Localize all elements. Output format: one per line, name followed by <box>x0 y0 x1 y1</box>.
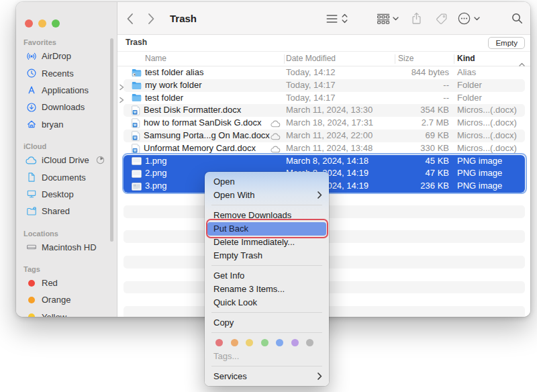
svg-text:W: W <box>134 149 137 152</box>
file-size: -- <box>379 79 449 92</box>
tag-color-dot[interactable] <box>231 339 238 346</box>
menu-item-put-back[interactable]: Put Back <box>207 222 326 236</box>
more-options-chevron-icon[interactable] <box>474 2 480 35</box>
sidebar-item-label: iCloud Drive <box>42 155 89 165</box>
document-icon <box>26 172 37 183</box>
menu-item-open[interactable]: Open <box>205 175 329 189</box>
file-row-best-disk-formatter-docx[interactable]: WBest Disk Formatter.docxMarch 11, 2024,… <box>124 104 525 117</box>
file-name: test folder alias <box>145 66 203 79</box>
tag-color-dot[interactable] <box>215 339 223 346</box>
tag-color-dot[interactable] <box>291 339 299 346</box>
file-row-test-folder[interactable]: test folderToday, 14:17--Folder <box>124 92 525 105</box>
menu-item-delete-immediately[interactable]: Delete Immediately... <box>205 236 329 249</box>
file-row-samsung-porta-g-on-mac-docx[interactable]: WSamsung Porta...g On Mac.docxMarch 11, … <box>124 130 525 142</box>
group-by-chevron-icon[interactable] <box>393 2 399 35</box>
view-sort-control-icon[interactable] <box>342 2 348 35</box>
file-date-modified: March 18, 2024, 17:31 <box>286 117 373 130</box>
sidebar-section-icloud: iCloudiCloud DriveDocumentsDesktopShared <box>16 141 117 220</box>
file-size: 330 KB <box>379 142 449 155</box>
submenu-chevron-icon <box>318 373 322 380</box>
tag-color-dot[interactable] <box>246 339 253 346</box>
column-header-size[interactable]: Size <box>398 54 413 63</box>
menu-item-services[interactable]: Services <box>205 370 329 383</box>
search-icon[interactable] <box>511 2 523 35</box>
sidebar-item-red[interactable]: Red <box>16 275 117 291</box>
file-size: 47 KB <box>379 167 449 180</box>
menu-item-label: Open With <box>213 190 254 200</box>
sidebar-scrollbar[interactable] <box>110 38 113 242</box>
menu-item-get-info[interactable]: Get Info <box>205 269 329 283</box>
menu-item-quick-look[interactable]: Quick Look <box>205 296 329 309</box>
file-row-1-png[interactable]: 1.pngMarch 8, 2024, 14:1845 KBPNG image <box>124 155 525 168</box>
column-header-kind[interactable]: Kind <box>457 54 475 63</box>
sidebar-item-bryan[interactable]: bryan <box>16 116 117 133</box>
sidebar-item-label: Desktop <box>42 189 74 199</box>
menu-item-remove-downloads[interactable]: Remove Downloads <box>205 209 329 222</box>
sidebar-item-icloud-drive[interactable]: iCloud Drive <box>16 152 117 168</box>
menu-item-rename-3-items[interactable]: Rename 3 Items... <box>205 283 329 296</box>
column-header-date-modified[interactable]: Date Modified <box>286 54 336 63</box>
menu-tag-color-row <box>205 336 329 350</box>
file-row-my-work-folder[interactable]: my work folderToday, 14:17--Folder <box>124 79 525 92</box>
sidebar-item-documents[interactable]: Documents <box>16 168 117 185</box>
sidebar-item-macintosh-hd[interactable]: Macintosh HD <box>16 239 117 256</box>
submenu-chevron-icon <box>318 191 322 199</box>
sidebar-item-downloads[interactable]: Downloads <box>16 99 117 115</box>
column-header-name[interactable]: Name <box>145 54 166 63</box>
menu-item-tags: Tags... <box>205 350 329 363</box>
sidebar-item-airdrop[interactable]: AirDrop <box>16 48 117 64</box>
tag-color-dot-icon <box>26 295 37 305</box>
file-date-modified: March 11, 2024, 13:30 <box>286 104 373 117</box>
file-row-unformat-memory-card-docx[interactable]: WUnformat Memory Card.docxMarch 11, 2024… <box>124 142 525 155</box>
menu-item-label: Get Info <box>213 271 244 281</box>
tag-color-dot[interactable] <box>276 339 283 346</box>
file-name: Samsung Porta...g On Mac.docx <box>144 130 270 142</box>
menu-item-empty-trash[interactable]: Empty Trash <box>205 249 329 262</box>
file-name: 1.png <box>145 155 167 168</box>
file-row-how-to-format-sandisk-g-docx[interactable]: Whow to format SanDisk G.docxMarch 18, 2… <box>124 117 525 130</box>
more-options-icon[interactable] <box>458 2 471 35</box>
desktop-icon <box>26 189 37 199</box>
sidebar-item-label: Shared <box>42 206 70 216</box>
file-size: 844 bytes <box>379 66 449 79</box>
menu-item-open-with[interactable]: Open With <box>205 189 329 202</box>
status-bar: Trash Empty <box>117 35 530 52</box>
disclosure-chevron-icon[interactable] <box>119 82 124 95</box>
file-name-cell: test folder alias <box>132 66 203 79</box>
file-name-cell: WUnformat Memory Card.docx <box>132 142 256 155</box>
tag-color-dot-icon <box>26 278 37 289</box>
sidebar: FavoritesAirDropRecentsApplicationsDownl… <box>16 2 117 317</box>
minimize-button[interactable] <box>38 19 46 28</box>
menu-separator <box>211 312 322 313</box>
tag-color-dot[interactable] <box>306 339 313 346</box>
file-name: Unformat Memory Card.docx <box>144 142 256 155</box>
sidebar-section-label: Tags <box>16 264 117 275</box>
sidebar-section-label: iCloud <box>16 141 117 152</box>
tag-color-dot[interactable] <box>261 339 268 346</box>
svg-text:W: W <box>134 136 137 140</box>
tag-icon <box>436 2 448 35</box>
docx-file-icon: W <box>132 105 140 115</box>
file-size: 69 KB <box>379 130 449 142</box>
sidebar-item-orange[interactable]: Orange <box>16 291 117 308</box>
sidebar-item-applications[interactable]: Applications <box>16 82 117 99</box>
zoom-button[interactable] <box>52 19 60 28</box>
file-row-test-folder-alias[interactable]: test folder aliasToday, 14:12844 bytesAl… <box>124 66 525 79</box>
menu-separator <box>211 332 322 333</box>
forward-button[interactable] <box>148 2 155 35</box>
group-by-icon[interactable] <box>377 2 390 35</box>
list-view-icon[interactable] <box>326 2 338 35</box>
empty-trash-button[interactable]: Empty <box>488 37 525 49</box>
sidebar-item-yellow[interactable]: Yellow <box>16 309 117 317</box>
back-button[interactable] <box>126 2 134 35</box>
sidebar-section-tags: TagsRedOrangeYellow <box>16 264 117 317</box>
sidebar-item-recents[interactable]: Recents <box>16 64 117 81</box>
sidebar-item-desktop[interactable]: Desktop <box>16 186 117 203</box>
sidebar-item-shared[interactable]: Shared <box>16 203 117 219</box>
menu-item-copy[interactable]: Copy <box>205 316 329 330</box>
file-name: how to format SanDisk G.docx <box>144 117 262 130</box>
file-name-cell: test folder <box>132 92 183 105</box>
sidebar-item-label: Applications <box>42 85 89 95</box>
menu-separator <box>211 265 322 266</box>
close-button[interactable] <box>25 19 33 28</box>
